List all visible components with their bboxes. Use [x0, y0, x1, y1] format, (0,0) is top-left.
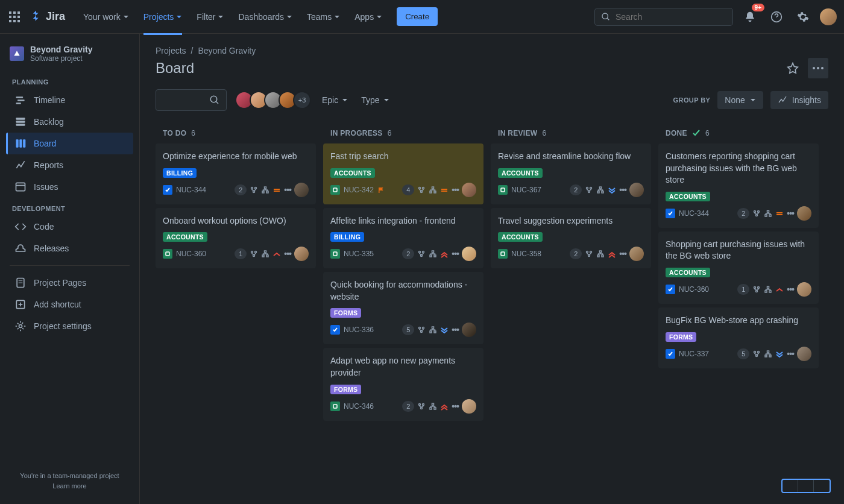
- branch-icon: [417, 250, 426, 257]
- board-search[interactable]: [156, 89, 227, 111]
- card-tag: FORMS: [666, 332, 696, 342]
- card-NUC-336[interactable]: Quick booking for accommodations - websi…: [323, 272, 483, 344]
- svg-rect-90: [600, 251, 602, 253]
- card-NUC-335[interactable]: Affelite links integration - frontend BI…: [323, 208, 483, 269]
- insights-button[interactable]: Insights: [770, 91, 828, 109]
- global-search[interactable]: [594, 8, 733, 26]
- view-option-2[interactable]: [798, 480, 814, 492]
- svg-point-32: [821, 67, 824, 69]
- create-button[interactable]: Create: [397, 7, 438, 26]
- avatar-more[interactable]: +3: [293, 91, 311, 109]
- sidebar-item-project-pages[interactable]: Project Pages: [6, 272, 133, 294]
- card-NUC-346[interactable]: Adapt web app no new payments provider F…: [323, 348, 483, 420]
- svg-point-60: [419, 251, 421, 253]
- card-NUC-337[interactable]: BugFix BG Web-store app crashing FORMS N…: [658, 307, 819, 368]
- card-NUC-344[interactable]: Optimize experience for mobile web BILLI…: [156, 143, 316, 204]
- board-controls: +3 Epic Type GROUP BY None Insights: [156, 89, 828, 111]
- jira-logo[interactable]: Jira: [29, 10, 65, 24]
- card-NUC-367[interactable]: Revise and streamline booking flow ACCOU…: [491, 143, 651, 204]
- svg-point-94: [758, 210, 760, 212]
- sidebar-item-add-shortcut[interactable]: Add shortcut: [6, 294, 133, 315]
- assignee-avatar: [797, 206, 811, 221]
- card-NUC-360[interactable]: Shopping cart purchasing issues with the…: [658, 232, 819, 304]
- search-input[interactable]: [616, 12, 726, 22]
- nav-your-work[interactable]: Your work: [77, 7, 135, 27]
- branch-icon: [417, 403, 426, 410]
- story-icon: [330, 402, 340, 411]
- profile-avatar[interactable]: [820, 8, 837, 25]
- svg-rect-106: [769, 291, 771, 292]
- assignee-avatar: [294, 183, 309, 197]
- chevron-down-icon: [750, 97, 756, 103]
- svg-rect-42: [274, 191, 280, 192]
- svg-point-66: [419, 327, 421, 329]
- nav-projects[interactable]: Projects: [137, 7, 189, 27]
- tree-icon: [429, 403, 437, 410]
- sidebar-item-board[interactable]: Board: [6, 133, 133, 154]
- nav-apps[interactable]: Apps: [348, 7, 388, 27]
- sidebar-item-project-settings[interactable]: Project settings: [6, 315, 133, 337]
- card-NUC-360[interactable]: Onboard workout options (OWO) ACCOUNTS N…: [156, 208, 316, 269]
- chevron-down-icon: [383, 97, 389, 103]
- project-type: Software project: [30, 54, 92, 63]
- nav-filter[interactable]: Filter: [191, 7, 230, 27]
- sidebar-item-reports[interactable]: Reports: [6, 154, 133, 176]
- app-switcher-icon[interactable]: [7, 10, 22, 24]
- sidebar-footer-link[interactable]: Learn more: [52, 482, 86, 490]
- board-columns: TO DO6Optimize experience for mobile web…: [156, 123, 828, 492]
- notifications-button[interactable]: 9+: [740, 7, 760, 27]
- svg-point-61: [423, 251, 424, 253]
- svg-rect-110: [767, 351, 769, 353]
- column-header: IN PROGRESS6: [323, 123, 483, 143]
- chevron-down-icon: [176, 14, 182, 20]
- sidebar-item-releases[interactable]: Releases: [6, 238, 133, 259]
- more-icon: •••: [452, 325, 459, 335]
- branch-icon: [585, 250, 593, 257]
- chevron-down-icon: [218, 14, 224, 20]
- svg-point-93: [754, 210, 756, 212]
- svg-rect-85: [602, 191, 603, 193]
- svg-line-10: [607, 18, 609, 20]
- type-dropdown[interactable]: Type: [359, 92, 391, 109]
- estimate-badge: 1: [737, 284, 749, 295]
- sidebar-item-backlog[interactable]: Backlog: [6, 111, 133, 133]
- issue-key: NUC-342: [344, 186, 374, 194]
- star-button[interactable]: [783, 58, 803, 78]
- done-check-icon: [692, 129, 701, 137]
- assignee-avatar: [629, 247, 644, 261]
- sidebar-item-timeline[interactable]: Timeline: [6, 89, 133, 111]
- card-NUC-344[interactable]: Customers reporting shopping cart purcha…: [658, 143, 819, 228]
- sidebar-item-issues[interactable]: Issues: [6, 176, 133, 198]
- settings-button[interactable]: [793, 7, 813, 27]
- column-header: IN REVIEW6: [491, 123, 651, 143]
- task-icon: [666, 285, 675, 294]
- nav-dashboards[interactable]: Dashboards: [232, 7, 298, 27]
- svg-rect-47: [265, 251, 266, 253]
- view-option-1[interactable]: [783, 480, 798, 492]
- story-icon: [498, 249, 508, 259]
- avatar-stack[interactable]: +3: [235, 91, 311, 109]
- priority-icon: [272, 186, 281, 194]
- card-NUC-342[interactable]: Fast trip search ACCOUNTS NUC-342 4 •••: [323, 143, 483, 204]
- tree-icon: [261, 186, 269, 194]
- card-title: Affelite links integration - frontend: [330, 215, 476, 227]
- card-NUC-358[interactable]: Travel suggestion experiments ACCOUNTS N…: [491, 208, 651, 269]
- groupby-select[interactable]: None: [717, 91, 763, 109]
- sidebar-item-code[interactable]: Code: [6, 216, 133, 238]
- issue-key: NUC-358: [511, 250, 541, 258]
- nav-teams[interactable]: Teams: [301, 7, 346, 27]
- project-header[interactable]: Beyond Gravity Software project: [6, 45, 133, 71]
- help-button[interactable]: [767, 7, 786, 27]
- estimate-badge: 2: [402, 401, 414, 412]
- breadcrumb-projects[interactable]: Projects: [156, 46, 186, 55]
- breadcrumb-project-name[interactable]: Beyond Gravity: [198, 46, 256, 55]
- column-inreview: IN REVIEW6Revise and streamline booking …: [491, 123, 651, 492]
- svg-rect-38: [265, 187, 266, 189]
- view-option-3[interactable]: [814, 480, 830, 492]
- view-switcher[interactable]: [781, 479, 831, 493]
- svg-rect-63: [432, 251, 434, 253]
- more-button[interactable]: [808, 58, 828, 78]
- tree-icon: [596, 186, 605, 194]
- epic-dropdown[interactable]: Epic: [320, 92, 350, 109]
- svg-rect-91: [597, 255, 599, 257]
